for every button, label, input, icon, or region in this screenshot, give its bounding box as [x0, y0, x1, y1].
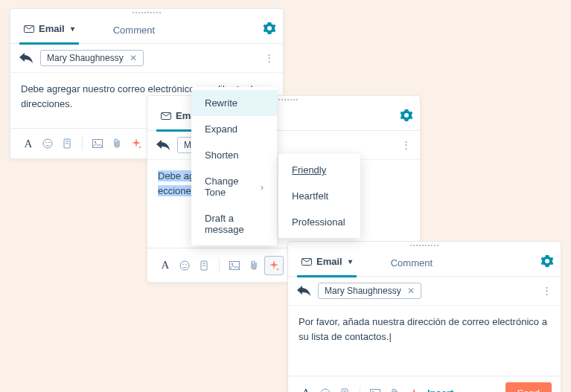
recipient-row: Mary Shaughnessy✕ ⋮: [288, 277, 561, 306]
email-panel-3: Email ▾ Comment Mary Shaughnessy✕ ⋮ Por …: [287, 241, 561, 392]
svg-rect-7: [93, 140, 103, 148]
tab-email[interactable]: Email ▾: [19, 16, 79, 45]
attachment-icon[interactable]: [245, 257, 263, 274]
gear-icon[interactable]: [541, 255, 553, 267]
emoji-icon[interactable]: [316, 385, 334, 393]
close-icon[interactable]: ✕: [130, 53, 137, 63]
reply-icon[interactable]: [156, 140, 170, 150]
tab-comment[interactable]: Comment: [386, 249, 437, 276]
tab-comment-label: Comment: [391, 257, 433, 269]
tab-email-label: Email: [316, 256, 342, 267]
close-icon[interactable]: ✕: [407, 286, 415, 296]
svg-point-17: [232, 263, 233, 264]
email-icon: [302, 258, 312, 266]
tab-comment[interactable]: Comment: [109, 16, 159, 43]
send-button[interactable]: Send: [505, 382, 552, 392]
emoji-icon[interactable]: [39, 135, 57, 152]
divider: [82, 137, 83, 150]
attachment-icon[interactable]: [108, 135, 126, 152]
svg-point-3: [48, 142, 50, 144]
ai-sparkle-icon[interactable]: [127, 135, 145, 152]
image-icon[interactable]: [89, 135, 106, 152]
more-menu-icon[interactable]: ⋮: [264, 57, 274, 60]
tab-email[interactable]: Email ▾: [297, 248, 357, 277]
recipient-row: Mary Shaughnessy✕ ⋮: [10, 44, 283, 73]
ai-actions-menu: Rewrite Expand Shorten Change Tone› Draf…: [191, 87, 277, 245]
svg-point-10: [180, 261, 189, 270]
ai-menu-rewrite[interactable]: Rewrite: [191, 90, 277, 116]
tone-submenu: Friendly Heartfelt Professional: [278, 154, 360, 238]
svg-point-8: [95, 141, 96, 143]
gear-icon[interactable]: [401, 109, 412, 121]
email-body[interactable]: Por favor, añada nuestra dirección de co…: [288, 306, 561, 361]
reply-icon[interactable]: [19, 53, 33, 63]
ai-sparkle-icon[interactable]: [264, 256, 284, 275]
attachment-icon[interactable]: [386, 385, 403, 393]
snippet-icon[interactable]: [58, 135, 76, 152]
tab-comment-label: Comment: [113, 25, 155, 36]
text-style-button[interactable]: A: [19, 135, 37, 152]
toolbar: A Insert ▾ Send: [288, 376, 561, 392]
tone-friendly[interactable]: Friendly: [278, 157, 360, 183]
svg-point-12: [185, 263, 187, 265]
divider: [219, 259, 220, 272]
ai-sparkle-icon[interactable]: [405, 385, 423, 393]
svg-rect-25: [371, 389, 380, 392]
svg-point-19: [321, 389, 330, 393]
gear-icon[interactable]: [264, 22, 275, 34]
svg-point-11: [182, 263, 184, 265]
reply-icon[interactable]: [297, 286, 310, 296]
recipient-chip[interactable]: Mary Shaughnessy✕: [40, 50, 144, 66]
snippet-icon[interactable]: [336, 385, 354, 393]
email-icon: [24, 25, 34, 33]
tone-heartfelt[interactable]: Heartfelt: [278, 183, 360, 209]
tab-bar: Email ▾ Comment: [288, 249, 561, 277]
ai-menu-expand[interactable]: Expand: [191, 116, 277, 142]
ai-menu-change-tone[interactable]: Change Tone›: [191, 168, 277, 205]
tone-professional[interactable]: Professional: [278, 209, 360, 235]
ai-menu-draft[interactable]: Draft a message: [191, 205, 277, 242]
text-style-button[interactable]: A: [156, 257, 174, 274]
svg-point-1: [43, 139, 52, 148]
emoji-icon[interactable]: [176, 257, 194, 274]
recipient-name: Mary Shaughnessy: [47, 53, 124, 63]
svg-rect-16: [230, 261, 240, 269]
recipient-chip[interactable]: Mary Shaughnessy✕: [318, 283, 421, 299]
chevron-down-icon: ▾: [348, 257, 352, 266]
svg-rect-22: [342, 389, 348, 393]
svg-point-2: [45, 142, 47, 144]
email-icon: [161, 112, 171, 120]
insert-menu[interactable]: Insert ▾: [427, 388, 462, 392]
tab-bar: Email ▾: [147, 103, 420, 131]
text-style-button[interactable]: A: [297, 385, 315, 393]
more-menu-icon[interactable]: ⋮: [542, 289, 552, 292]
recipient-name: Mary Shaughnessy: [325, 286, 401, 296]
ai-menu-shorten[interactable]: Shorten: [191, 142, 277, 168]
snippet-icon[interactable]: [195, 257, 213, 274]
body-text: Por favor, añada nuestra dirección de co…: [299, 316, 547, 342]
more-menu-icon[interactable]: ⋮: [401, 144, 411, 147]
tab-email-label: Email: [39, 23, 65, 34]
divider: [360, 387, 360, 393]
image-icon[interactable]: [226, 257, 243, 274]
image-icon[interactable]: [366, 385, 384, 393]
tab-bar: Email ▾ Comment: [10, 16, 283, 44]
chevron-down-icon: ▾: [71, 25, 74, 33]
chevron-right-icon: ›: [261, 181, 264, 193]
